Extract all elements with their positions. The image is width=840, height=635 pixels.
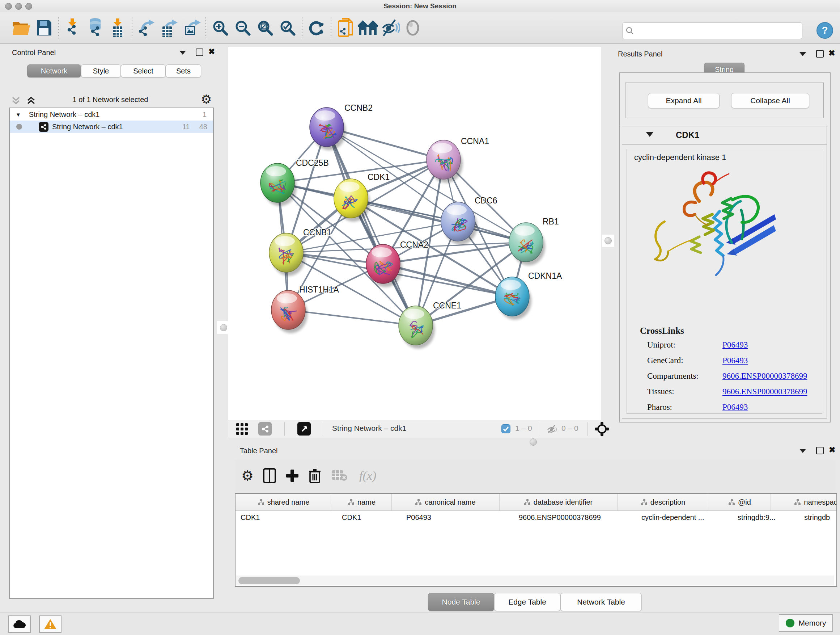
network-collection-row[interactable]: ▼ String Network – cdk1 1 [10, 108, 213, 120]
node-label-CDKN1A: CDKN1A [528, 271, 562, 280]
tab-sets[interactable]: Sets [166, 65, 201, 78]
cloud-button[interactable] [8, 616, 31, 633]
table-panel-close-icon[interactable]: ✖ [829, 447, 835, 453]
column-header-shared-name[interactable]: shared name [235, 494, 332, 510]
crosslinks-list: Uniprot:P06493GeneCard:P06493Compartment… [647, 340, 817, 418]
table-settings-gear-icon[interactable]: ⚙ [241, 468, 254, 484]
tab-select[interactable]: Select [121, 65, 166, 78]
column-header-database-identifier[interactable]: database identifier [500, 494, 617, 510]
node-CCNA1[interactable]: CCNA1 [426, 136, 489, 183]
network-view[interactable]: CCNB2 CCNA1 CDC25B CDK1 CDC6 [228, 47, 601, 420]
crosslink-link[interactable]: P06493 [722, 402, 748, 412]
crosslink-label: Uniprot: [647, 340, 722, 350]
save-icon[interactable] [33, 17, 55, 39]
node-CCNA2[interactable]: CCNA2 [366, 240, 428, 287]
crosslink-link[interactable]: P06493 [722, 340, 748, 350]
crosslink-link[interactable]: P06493 [722, 356, 748, 365]
expand-all-button[interactable]: Expand All [648, 93, 720, 108]
memory-button[interactable]: Memory [779, 614, 833, 632]
zoom-out-icon[interactable] [232, 17, 254, 39]
network-edge-count: 48 [199, 123, 207, 131]
network-share-icon[interactable] [258, 422, 272, 435]
table-panel-float-icon[interactable] [816, 447, 824, 454]
collection-disclosure-icon[interactable]: ▼ [16, 111, 21, 118]
column-header-name[interactable]: name [332, 494, 392, 510]
table-cell[interactable]: cyclin-dependent ... [636, 511, 733, 524]
node-CCNB2[interactable]: CCNB2 [309, 103, 373, 150]
node-RB1[interactable]: RB1 [509, 217, 559, 265]
node-CDKN1A[interactable]: CDKN1A [495, 271, 562, 320]
table-panel-menu-icon[interactable] [799, 449, 806, 453]
grid-view-icon[interactable] [236, 423, 248, 435]
column-header-canonical-name[interactable]: canonical name [392, 494, 500, 510]
node-CCNB1[interactable]: CCNB1 [269, 228, 332, 276]
left-splitter-handle[interactable] [217, 321, 230, 334]
control-panel-float-icon[interactable] [196, 49, 203, 56]
results-panel-close-icon[interactable]: ✖ [829, 50, 835, 56]
tab-node-table[interactable]: Node Table [428, 593, 494, 611]
show-columns-icon[interactable] [263, 468, 276, 483]
import-network-icon[interactable] [62, 17, 84, 39]
search-box[interactable] [622, 22, 802, 39]
cytoscape-window: Session: New Session ? Control Panel ✖ N… [0, 0, 840, 635]
homes-icon[interactable] [357, 17, 379, 39]
export-table-icon[interactable] [158, 17, 180, 39]
results-panel-menu-icon[interactable] [799, 52, 806, 56]
fit-content-crosshair-icon[interactable] [595, 422, 609, 436]
column-header--id[interactable]: @id [709, 494, 771, 510]
network-row[interactable]: String Network – cdk1 11 48 [10, 120, 213, 133]
control-panel-close-icon[interactable]: ✖ [208, 49, 215, 55]
control-panel-menu-icon[interactable] [180, 51, 186, 55]
table-row[interactable]: CDK1CDK1P064939606.ENSP00000378699cyclin… [235, 511, 836, 524]
help-button[interactable]: ? [816, 22, 834, 39]
table-cell[interactable]: P06493 [401, 511, 514, 524]
gear-icon[interactable]: ⚙ [201, 92, 212, 106]
zoom-in-icon[interactable] [209, 17, 232, 39]
node-table[interactable]: shared namenamecanonical namedatabase id… [235, 493, 837, 587]
zoom-fit-icon[interactable] [254, 17, 276, 39]
import-database-icon[interactable] [84, 17, 106, 39]
node-CDC25B[interactable]: CDC25B [261, 158, 329, 206]
export-network-icon[interactable] [135, 17, 158, 39]
add-column-icon[interactable] [286, 469, 299, 483]
table-cell[interactable]: stringdb:9... [733, 511, 799, 524]
birds-eye-view-icon[interactable] [297, 422, 311, 435]
tab-edge-table[interactable]: Edge Table [494, 593, 561, 611]
collapse-all-icon[interactable] [11, 96, 21, 105]
crosslink-link[interactable]: 9606.ENSP00000378699 [722, 387, 807, 396]
node-label-CDC25B: CDC25B [296, 158, 329, 168]
scrollbar-thumb[interactable] [238, 577, 300, 584]
expand-all-icon[interactable] [26, 96, 36, 105]
column-header-description[interactable]: description [617, 494, 709, 510]
cdk1-disclosure-icon[interactable] [646, 132, 653, 137]
bottom-splitter-handle[interactable] [527, 438, 540, 446]
delete-column-trash-icon[interactable] [309, 468, 321, 483]
search-input[interactable] [637, 27, 802, 35]
open-file-icon[interactable] [10, 17, 33, 39]
table-horizontal-scrollbar[interactable] [236, 576, 834, 585]
memory-label: Memory [799, 619, 826, 627]
tab-style[interactable]: Style [81, 65, 121, 78]
results-panel-float-icon[interactable] [816, 50, 824, 57]
tab-network[interactable]: Network [27, 65, 81, 78]
string-document-icon[interactable] [334, 17, 357, 39]
export-image-icon[interactable] [180, 17, 202, 39]
eye-icon[interactable] [401, 17, 424, 39]
column-header-namespace[interactable]: namespace [771, 494, 837, 510]
crosslink-link[interactable]: 9606.ENSP00000378699 [722, 371, 807, 381]
table-cell[interactable]: 9606.ENSP00000378699 [514, 511, 636, 524]
selected-checkbox-icon[interactable] [501, 424, 510, 433]
collapse-all-button[interactable]: Collapse All [731, 93, 809, 108]
refresh-icon[interactable] [305, 17, 328, 39]
table-cell[interactable]: stringdb [799, 511, 837, 524]
import-table-icon[interactable] [106, 17, 129, 39]
node-HIST1H1A[interactable]: HIST1H1A [271, 285, 339, 333]
zoom-selected-icon[interactable] [276, 17, 299, 39]
right-splitter-handle[interactable] [602, 234, 614, 247]
tab-network-table[interactable]: Network Table [561, 593, 642, 611]
table-cell[interactable]: CDK1 [337, 511, 401, 524]
node-CCNE1[interactable]: CCNE1 [399, 301, 461, 348]
warnings-button[interactable] [39, 616, 62, 633]
eye-slash-icon[interactable] [379, 17, 401, 39]
table-cell[interactable]: CDK1 [235, 511, 337, 524]
